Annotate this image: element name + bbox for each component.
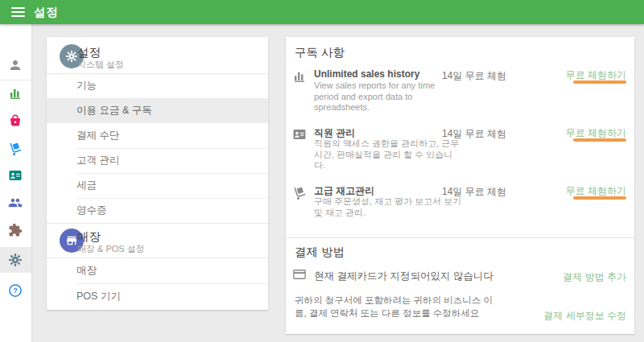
bar-chart-icon[interactable] <box>8 86 23 101</box>
subscription-description: 구매 주문생성, 재고 평가 보고서 보기 및 재고 관리. <box>314 196 461 218</box>
subscription-description: 직원의 액세스 권한을 관리하고, 근무 시간, 판매실적을 관리 할 수 있습… <box>314 138 459 171</box>
basket-icon[interactable] <box>8 113 23 128</box>
gear-icon[interactable] <box>8 253 23 267</box>
menu-item-payment-types[interactable]: 결제 수단 <box>47 123 268 148</box>
hamburger-menu-icon[interactable] <box>11 7 25 17</box>
page-title: 설정 <box>34 0 58 24</box>
settings-menu-card: 설정 시스템 설정 기능 이용 요금 & 구독 결제 수단 고객 관리 세금 영… <box>47 37 268 310</box>
no-card-message: 현재 결제카드가 지정되어있지 않습니다 <box>314 270 493 283</box>
trial-underline <box>573 138 626 142</box>
app-header: 설정 <box>0 0 644 24</box>
gear-icon <box>65 50 78 63</box>
hand-truck-icon[interactable] <box>8 141 23 155</box>
edit-billing-details-link[interactable]: 결제 세부정보 수정 <box>543 309 626 323</box>
divider <box>47 223 268 224</box>
divider <box>286 237 634 238</box>
help-icon[interactable]: ? <box>8 283 23 298</box>
puzzle-icon[interactable] <box>8 223 23 237</box>
menu-item-stores[interactable]: 매장 <box>47 258 268 283</box>
trial-period-label: 14일 무료 체험 <box>442 69 506 83</box>
menu-item-receipts[interactable]: 영수증 <box>47 198 268 223</box>
nav-rail: ? <box>0 24 31 342</box>
add-payment-method-link[interactable]: 결제 방법 추가 <box>563 270 626 284</box>
payment-title: 결제 방법 <box>295 245 345 260</box>
billing-info-message: 귀하의 청구서에 포함하려는 귀하의 비즈니스 이 름, 결제 연락처 또는 다… <box>295 294 552 319</box>
trial-period-label: 14일 무료 체험 <box>442 185 506 199</box>
credit-card-icon <box>292 267 307 282</box>
hand-truck-icon <box>292 185 307 200</box>
trial-period-label: 14일 무료 체험 <box>442 127 506 141</box>
rail-divider <box>0 80 31 80</box>
subscription-description: View sales reports for any time period a… <box>314 80 435 113</box>
menu-item-features[interactable]: 기능 <box>47 73 268 98</box>
bar-chart-icon <box>292 69 307 84</box>
people-icon[interactable] <box>8 196 23 210</box>
settings-section-subtitle: 시스템 설정 <box>77 59 124 71</box>
subscriptions-card: 구독 사항 Unlimited sales history View sales… <box>286 37 634 334</box>
svg-text:?: ? <box>13 286 18 295</box>
person-icon[interactable] <box>8 58 23 72</box>
subscription-name: Unlimited sales history <box>314 68 419 80</box>
trial-underline <box>573 196 626 200</box>
trial-underline <box>573 80 626 84</box>
store-section-subtitle: 매장 & POS 설정 <box>77 243 145 255</box>
id-card-icon <box>292 127 307 142</box>
storefront-icon <box>65 234 78 247</box>
menu-item-customer-management[interactable]: 고객 관리 <box>47 148 268 173</box>
menu-item-pos-devices[interactable]: POS 기기 <box>47 283 268 310</box>
id-card-icon[interactable] <box>8 168 23 183</box>
menu-item-billing-subscriptions[interactable]: 이용 요금 & 구독 <box>47 98 268 123</box>
subscriptions-title: 구독 사항 <box>295 45 345 60</box>
menu-item-taxes[interactable]: 세금 <box>47 173 268 198</box>
